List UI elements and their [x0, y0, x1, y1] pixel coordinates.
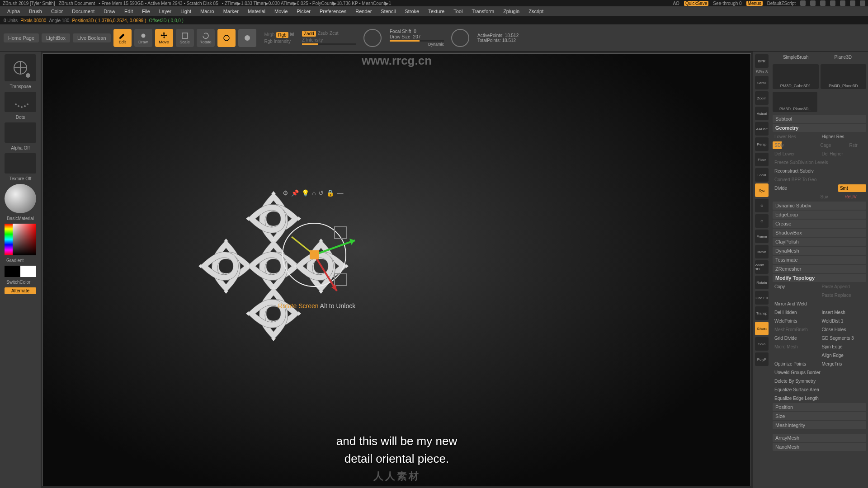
home-icon[interactable]: [800, 0, 806, 6]
menu-layer[interactable]: Layer: [156, 8, 175, 15]
gd-segments-slider[interactable]: GD Segments 3: [820, 334, 867, 342]
sculptris-button[interactable]: [238, 29, 256, 47]
menu-tool[interactable]: Tool: [450, 8, 466, 15]
del-hidden-button[interactable]: Del Hidden: [773, 309, 819, 316]
scroll-button[interactable]: Scroll: [755, 76, 769, 89]
material-thumb[interactable]: [5, 184, 36, 213]
equalize-edge-button[interactable]: Equalize Edge Length: [773, 394, 866, 402]
shadowbox-section[interactable]: ShadowBox: [773, 229, 866, 237]
close-holes-button[interactable]: Close Holes: [820, 326, 867, 333]
transpose-thumb[interactable]: [5, 54, 36, 81]
lower-res-button[interactable]: Lower Res: [773, 133, 819, 141]
zcut-button[interactable]: Zcut: [330, 31, 338, 37]
minus-icon[interactable]: —: [337, 189, 343, 197]
draw-size-slider[interactable]: [390, 40, 444, 42]
dynamesh-section[interactable]: DynaMesh: [773, 247, 866, 255]
mergetris-button[interactable]: MergeTris: [820, 360, 867, 368]
maximize-icon[interactable]: [850, 0, 855, 6]
menu-material[interactable]: Material: [244, 8, 269, 15]
tool-thumb-plane[interactable]: PM3D_Plane3D: [821, 64, 867, 89]
paste-append-button[interactable]: Paste Append: [820, 283, 867, 291]
menu-preferences[interactable]: Preferences: [316, 8, 350, 15]
gear-icon[interactable]: ⚙: [283, 189, 288, 197]
seethrough-slider[interactable]: See-through 0: [713, 1, 741, 6]
menu-movie[interactable]: Movie: [271, 8, 291, 15]
zsub-button[interactable]: Zsub: [318, 31, 328, 37]
user-icon[interactable]: [810, 0, 816, 6]
transform-gizmo[interactable]: [269, 210, 368, 309]
grid-divide-button[interactable]: Grid Divide: [773, 334, 819, 342]
viewport[interactable]: www.rrcg.cn: [42, 53, 751, 486]
floor-button[interactable]: Floor: [755, 153, 769, 166]
align-edge-button[interactable]: Align Edge: [820, 352, 867, 359]
switchcolor-button[interactable]: SwitchColor: [3, 280, 30, 285]
m-button[interactable]: M: [290, 32, 294, 38]
home-page-button[interactable]: Home Page: [4, 33, 39, 42]
quicksave-button[interactable]: QuickSave: [684, 1, 708, 6]
persp-button[interactable]: Persp: [755, 137, 769, 151]
draw-mode-button[interactable]: Draw: [134, 29, 152, 47]
aahalf-button[interactable]: AAHalf: [755, 122, 769, 136]
zoom-button[interactable]: Zoom: [755, 91, 769, 105]
spin-edge-button[interactable]: Spin Edge: [820, 343, 867, 351]
home-gizmo-icon[interactable]: ⌂: [312, 189, 316, 197]
reset-icon[interactable]: ↺: [318, 189, 324, 197]
claypolish-section[interactable]: ClayPolish: [773, 238, 866, 246]
sdiv-slider[interactable]: SDiv: [773, 141, 818, 149]
menu-zplugin[interactable]: Zplugin: [500, 8, 523, 15]
menus-toggle[interactable]: Menus: [746, 1, 763, 6]
gizmo-button[interactable]: [217, 29, 236, 47]
reuv-button[interactable]: ReUV: [843, 193, 866, 201]
center-button[interactable]: ⊕: [755, 199, 769, 212]
move-nav-button[interactable]: Move: [755, 245, 769, 258]
menu-zscript[interactable]: Zscript: [525, 8, 547, 15]
edit-mode-button[interactable]: Edit: [113, 29, 132, 47]
micro-mesh-button[interactable]: Micro Mesh: [773, 343, 819, 351]
pin-icon[interactable]: 📌: [291, 189, 299, 197]
bulb-icon[interactable]: 💡: [302, 189, 309, 197]
ghost-button[interactable]: Ghost: [755, 322, 769, 335]
modify-topology-section[interactable]: Modify Topology: [773, 274, 866, 282]
tool-thumb-plane2[interactable]: PM3D_Plane3D_: [773, 92, 817, 112]
divide-button[interactable]: Divide: [773, 184, 837, 192]
local-button[interactable]: Local: [755, 168, 769, 182]
mrgb-button[interactable]: Mrgb: [264, 32, 275, 38]
rstr-button[interactable]: Rstr: [848, 141, 866, 149]
live-boolean-button[interactable]: Live Boolean: [73, 33, 111, 42]
equalize-area-button[interactable]: Equalize Surface Area: [773, 386, 866, 394]
menu-edit[interactable]: Edit: [121, 8, 137, 15]
paste-replace-button[interactable]: Paste Replace: [820, 291, 867, 299]
tessimate-section[interactable]: Tessimate: [773, 256, 866, 264]
del-lower-button[interactable]: Del Lower: [773, 150, 819, 158]
gizmo-toolbar[interactable]: ⚙ 📌 💡 ⌂ ↺ 🔒 —: [283, 189, 343, 197]
welddist-slider[interactable]: WeldDist 1: [820, 317, 867, 325]
zoom3d-button[interactable]: Zoom 3D: [755, 260, 769, 274]
menu-color[interactable]: Color: [47, 8, 66, 15]
geometry-section[interactable]: Geometry: [773, 124, 866, 132]
smt-button[interactable]: Smt: [838, 184, 866, 192]
menu-render[interactable]: Render: [352, 8, 375, 15]
close-icon[interactable]: [860, 0, 865, 6]
polyf-button[interactable]: PolyF: [755, 352, 769, 366]
frame-button[interactable]: Frame: [755, 230, 769, 243]
xyz-button[interactable]: Xyz: [755, 183, 769, 197]
z-intensity-slider[interactable]: [302, 43, 356, 45]
subtool-section[interactable]: Subtool: [773, 115, 866, 123]
unweld-border-button[interactable]: Unweld Groups Border: [773, 369, 866, 376]
menu-picker[interactable]: Picker: [293, 8, 314, 15]
edgeloop-section[interactable]: EdgeLoop: [773, 211, 866, 219]
convert-bpr-button[interactable]: Convert BPR To Geo: [773, 176, 866, 183]
lock-icon[interactable]: [820, 0, 826, 6]
settings-icon[interactable]: [830, 0, 835, 6]
menu-transform[interactable]: Transform: [468, 8, 498, 15]
menu-document[interactable]: Document: [68, 8, 98, 15]
minimize-icon[interactable]: [840, 0, 845, 6]
reconstruct-button[interactable]: Reconstruct Subdiv: [773, 167, 866, 175]
position-section[interactable]: Position: [773, 403, 866, 411]
del-higher-button[interactable]: Del Higher: [820, 150, 867, 158]
meshintegrity-section[interactable]: MeshIntegrity: [773, 421, 866, 429]
optimize-points-button[interactable]: Optimize Points: [773, 360, 819, 368]
dynamic-toggle[interactable]: Dynamic: [390, 42, 444, 47]
crease-section[interactable]: Crease: [773, 220, 866, 228]
lightbox-button[interactable]: LightBox: [42, 33, 70, 42]
